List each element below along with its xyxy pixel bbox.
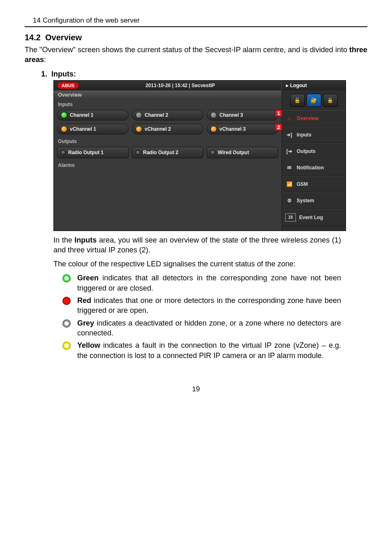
channel-1-label: Channel 1 xyxy=(70,112,93,118)
nav-overview-label: Overview xyxy=(297,116,318,121)
inputs-row-1: Channel 1 Channel 2 Channel 3 1 xyxy=(54,108,281,122)
alarms-section-title: Alarms xyxy=(54,160,281,169)
nav-eventlog-label: Event Log xyxy=(299,215,323,220)
radio-output-2-label: Radio Output 2 xyxy=(143,150,178,155)
screenshot-overview: ABUS 2011-10-26 | 15:42 | SecvestIP ▸ Lo… xyxy=(53,80,346,231)
titlebar: ABUS 2011-10-26 | 15:42 | SecvestIP ▸ Lo… xyxy=(54,81,346,90)
legend-yellow: Yellow indicates a fault in the connecti… xyxy=(62,340,341,361)
radio-output-1-label: Radio Output 1 xyxy=(68,150,104,155)
logout-label: Logout xyxy=(290,83,307,88)
radio-output-1[interactable]: Radio Output 1 xyxy=(57,147,129,158)
envelope-icon: ✉ xyxy=(285,164,293,171)
channel-3-label: Channel 3 xyxy=(219,112,243,118)
lock-locked-button[interactable]: 🔒 xyxy=(323,94,338,107)
below1b: Inputs xyxy=(74,236,97,244)
partial-lock-icon: 🔐 xyxy=(311,97,317,103)
below1c: area, you will see an overview of the st… xyxy=(53,236,341,254)
lock-icon: 🔒 xyxy=(327,97,333,103)
nav-inputs-label: Inputs xyxy=(297,132,311,138)
legend-yellow-text: Yellow indicates a fault in the connecti… xyxy=(77,340,341,361)
led-orange-icon xyxy=(61,126,67,132)
legend-grey-text: Grey indicates a deactivated or hidden z… xyxy=(77,318,341,338)
section-heading: 14.2 Overview xyxy=(25,33,367,42)
inputs-row-2: vChannel 1 vChannel 2 vChannel 3 2 xyxy=(54,122,281,136)
legend-grey: Grey indicates a deactivated or hidden z… xyxy=(62,318,341,338)
list-item-1: 1. Inputs: xyxy=(25,70,367,79)
wired-output[interactable]: Wired Output xyxy=(207,147,278,158)
led-grey-icon xyxy=(62,319,71,328)
below-para-2: The colour of the respective LED signali… xyxy=(53,259,341,269)
nav-overview[interactable]: ⌂Overview xyxy=(282,110,346,127)
nav-system-label: System xyxy=(297,198,314,203)
unlock-icon: 🔓 xyxy=(294,97,300,103)
below-para-1: In the Inputs area, you will see an over… xyxy=(53,235,341,255)
channel-1[interactable]: Channel 1 xyxy=(57,110,129,120)
nav-outputs[interactable]: [➜Outputs xyxy=(282,143,346,159)
list-label: Inputs: xyxy=(51,70,76,78)
outputs-section-title: Outputs xyxy=(54,136,281,145)
nav-eventlog[interactable]: 18Event Log xyxy=(282,209,346,226)
inputs-section-title: Inputs xyxy=(54,99,281,108)
vchannel-1-label: vChannel 1 xyxy=(70,126,96,132)
intro-text-c: : xyxy=(44,55,46,64)
led-grey-icon xyxy=(210,112,217,118)
led-red-icon xyxy=(62,297,71,305)
vchannel-2[interactable]: vChannel 2 xyxy=(132,124,203,134)
wired-output-label: Wired Output xyxy=(218,150,249,155)
page-number: 19 xyxy=(25,385,367,393)
signal-icon: 📶 xyxy=(285,180,293,188)
led-orange-icon xyxy=(136,126,142,132)
led-green-icon xyxy=(61,112,67,118)
lock-buttons: 🔓 🔐 🔒 xyxy=(282,90,346,110)
callout-1: 1 xyxy=(275,110,282,117)
vchannel-2-label: vChannel 2 xyxy=(145,126,171,132)
play-icon: ▸ xyxy=(286,83,288,88)
nav-gsm[interactable]: 📶GSM xyxy=(282,176,346,192)
abus-logo: ABUS xyxy=(57,82,79,89)
main-panel: Overview Inputs Channel 1 Channel 2 Chan… xyxy=(54,90,281,231)
legend-red-text: Red indicates that one or more detectors… xyxy=(77,296,341,316)
logout-link[interactable]: ▸ Logout xyxy=(281,81,346,90)
section-number: 14.2 xyxy=(25,33,41,42)
alarms-area xyxy=(54,169,281,231)
nav-notification[interactable]: ✉Notification xyxy=(282,159,346,176)
led-grey-icon xyxy=(136,112,142,118)
section-title: Overview xyxy=(45,33,82,42)
calendar-icon: 18 xyxy=(285,213,296,222)
led-orange-icon xyxy=(210,126,217,132)
outputs-row: Radio Output 1 Radio Output 2 Wired Outp… xyxy=(54,145,281,160)
list-number: 1. xyxy=(41,70,47,78)
intro-paragraph: The "Overview" screen shows the current … xyxy=(25,45,367,65)
nav-inputs[interactable]: ➜]Inputs xyxy=(282,127,346,143)
lock-partial-button[interactable]: 🔐 xyxy=(307,94,321,107)
intro-text-a: The "Overview" screen shows the current … xyxy=(25,46,349,54)
led-green-icon xyxy=(62,274,71,282)
header-rule xyxy=(25,26,367,27)
nav-outputs-label: Outputs xyxy=(297,148,316,154)
vchannel-3-label: vChannel 3 xyxy=(219,126,246,132)
nav-notification-label: Notification xyxy=(297,165,324,171)
input-icon: ➜] xyxy=(285,131,293,139)
overview-title: Overview xyxy=(54,90,281,99)
nav-gsm-label: GSM xyxy=(297,181,308,187)
home-icon: ⌂ xyxy=(285,115,293,122)
led-dim-icon xyxy=(61,150,66,155)
output-icon: [➜ xyxy=(285,148,293,155)
radio-output-2[interactable]: Radio Output 2 xyxy=(132,147,203,158)
nav-system[interactable]: ⚙System xyxy=(282,192,346,209)
page-header: 14 Configuration of the web server xyxy=(25,16,367,25)
channel-2-label: Channel 2 xyxy=(145,112,168,118)
below1a: In the xyxy=(53,236,74,244)
channel-2[interactable]: Channel 2 xyxy=(132,110,203,120)
vchannel-1[interactable]: vChannel 1 xyxy=(57,124,129,134)
led-dim-icon xyxy=(136,150,141,155)
channel-3[interactable]: Channel 3 xyxy=(207,110,278,120)
lock-unlocked-button[interactable]: 🔓 xyxy=(290,94,305,107)
led-dim-icon xyxy=(210,150,215,155)
vchannel-3[interactable]: vChannel 3 xyxy=(207,124,278,134)
gear-icon: ⚙ xyxy=(285,197,293,204)
datetime-label: 2011-10-26 | 15:42 | SecvestIP xyxy=(79,83,281,88)
sidebar: 🔓 🔐 🔒 ⌂Overview ➜]Inputs [➜Outputs ✉Noti… xyxy=(281,90,346,231)
legend-green: Green indicates that all detectors in th… xyxy=(62,273,341,293)
legend-red: Red indicates that one or more detectors… xyxy=(62,296,341,316)
